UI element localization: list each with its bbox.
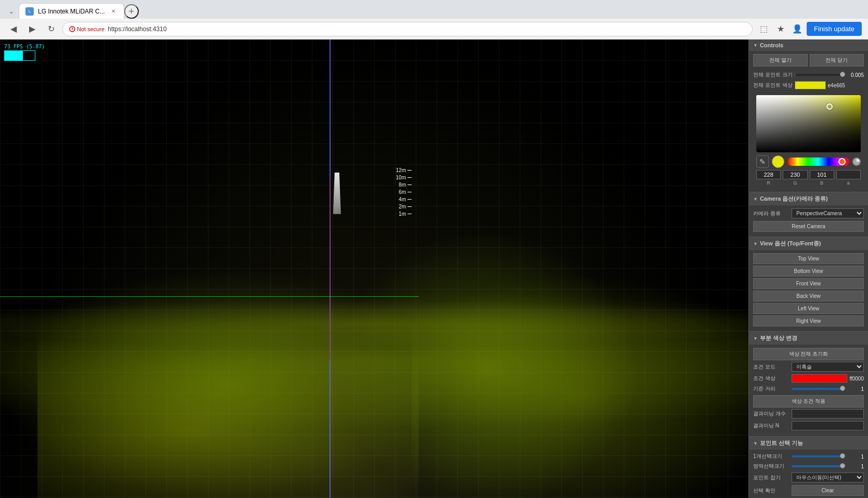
browser-tab[interactable]: L LG Innotek MLiDAR C... ✕ [19,3,124,19]
base-distance-label: 기준 거리 [753,385,790,392]
point-color-swatch[interactable] [795,81,826,89]
forward-btn[interactable]: ▶ [25,22,40,36]
color-reset-btn[interactable]: 색상 전체 초기화 [753,348,864,360]
select-size-1-row: 1개선택크기 1 [753,453,864,460]
address-bar[interactable]: Not secure https://localhost:4310 [62,22,753,36]
camera-section: ▼ Camera 옵션(카메라 종류) 카메라 종류 PerspectiveCa… [749,192,868,237]
close-all-btn[interactable]: 전체 닫기 [810,54,864,67]
main-content: 12m 10m 8m 6m 4m 2m 1m 73 FPS (5-87) ▼ C… [0,40,868,498]
select-size-1-slider[interactable] [792,455,843,457]
r-input[interactable] [756,170,781,179]
b-label: B [820,180,823,186]
a-input[interactable] [836,170,861,179]
point-size-slider[interactable] [795,74,843,76]
camera-type-row: 카메라 종류 PerspectiveCamera [753,208,864,218]
front-view-btn[interactable]: Front View [753,278,864,289]
3d-viewport[interactable]: 12m 10m 8m 6m 4m 2m 1m 73 FPS (5-87) [0,40,748,498]
rgb-inputs: R G B a [756,170,861,186]
a-label: a [847,180,850,186]
apply-condition-btn[interactable]: 색상 조건 적용 [753,395,864,408]
hue-thumb [838,158,846,165]
toolbar-actions: ⬚ ★ 👤 Finish update [757,22,862,36]
condition-color-row: 조건 색상 ff0000 [753,374,864,383]
right-panel: ▼ Controls 전체 열기 전체 닫기 전체 포인트 크기 [748,40,868,498]
point-size-row: 전체 포인트 크기 0.005 [753,71,864,78]
cast-btn[interactable]: ⬚ [757,22,771,36]
tab-menu-btn[interactable]: ⌄ [4,4,19,19]
base-distance-slider[interactable] [792,388,843,390]
point-select-header[interactable]: ▼ 포인트 선택 기능 [749,437,868,450]
point-grab-row: 포인트 잡기 마우스이동(미선택) [753,473,864,482]
new-tab-btn[interactable]: + [124,4,139,19]
g-field: G [783,170,807,186]
camera-content: 카메라 종류 PerspectiveCamera Reset Camera [749,205,868,237]
r-label: R [767,180,770,186]
hue-slider[interactable] [787,158,849,166]
tab-title: LG Innotek MLiDAR C... [38,8,105,15]
result-count-n-input[interactable] [792,409,864,418]
ruler-mark-4m: 4m [399,197,406,202]
result-count-n2-row: 결과이닝 N [753,421,864,430]
top-view-btn[interactable]: Top View [753,253,864,264]
condition-mode-select[interactable]: 이혹슬 [792,362,864,372]
back-btn[interactable]: ◀ [6,22,21,36]
reset-camera-btn[interactable]: Reset Camera [753,221,864,232]
left-view-btn[interactable]: Left View [753,303,864,314]
point-grab-select[interactable]: 마우스이동(미선택) [792,473,864,482]
browser-frame: ⌄ L LG Innotek MLiDAR C... ✕ + ◀ ▶ ↻ Not… [0,0,868,498]
back-view-btn[interactable]: Back View [753,291,864,302]
camera-type-label: 카메라 종류 [753,210,790,217]
tab-close-btn[interactable]: ✕ [109,7,117,16]
ruler-mark-6m: 6m [399,190,406,195]
camera-header[interactable]: ▼ Camera 옵션(카메라 종류) [749,192,868,205]
right-view-btn[interactable]: Right View [753,316,864,326]
point-color-label: 전체 포인트 색상 [753,82,793,89]
points-left [37,269,419,498]
ruler-mark-1m: 1m [399,212,406,217]
point-select-content: 1개선택크기 1 영역선택크기 1 [749,450,868,498]
condition-mode-row: 조건 모드 이혹슬 [753,362,864,372]
tab-favicon: L [25,7,34,16]
view-section: ▼ View 옵션 (Top/Font종) Top View Bottom Vi… [749,237,868,332]
condition-color-hex: ff0000 [849,376,864,382]
b-input[interactable] [810,170,834,179]
color-picker: ✎ R [753,92,864,189]
camera-title: Camera 옵션(카메라 종류) [760,195,828,203]
point-select-section: ▼ 포인트 선택 기능 1개선택크기 1 영역선택크기 [749,437,868,498]
open-all-btn[interactable]: 전체 열기 [753,54,808,67]
view-content: Top View Bottom View Front View Back Vie… [749,250,868,331]
profile-btn[interactable]: 👤 [790,22,805,36]
fps-bar [4,50,35,61]
green-ground-line [0,296,419,297]
refresh-btn[interactable]: ↻ [44,22,58,36]
camera-arrow-icon: ▼ [753,196,758,202]
point-grab-label: 포인트 잡기 [753,474,790,481]
opacity-slider[interactable] [852,158,861,166]
eyedropper-btn[interactable]: ✎ [756,155,769,168]
region-select-size-label: 영역선택크기 [753,463,790,470]
camera-type-select[interactable]: PerspectiveCamera [792,208,864,218]
bookmark-btn[interactable]: ★ [773,22,788,36]
ruler-mark-2m: 2m [399,204,406,209]
partial-color-title: 부분 색상 변경 [760,334,797,342]
finish-update-btn[interactable]: Finish update [807,22,862,36]
g-input[interactable] [783,170,807,179]
ruler-mark-10m: 10m [396,175,406,180]
point-size-label: 전체 포인트 크기 [753,71,793,78]
result-count-n2-input[interactable] [792,421,864,430]
partial-color-header[interactable]: ▼ 부분 색상 변경 [749,332,868,345]
region-select-size-slider[interactable] [792,465,843,467]
r-field: R [756,170,781,186]
bottom-view-btn[interactable]: Bottom View [753,266,864,277]
select-size-1-value: 1 [845,454,864,460]
tab-bar: ⌄ L LG Innotek MLiDAR C... ✕ + [0,0,868,19]
condition-mode-label: 조건 모드 [753,363,790,371]
view-header[interactable]: ▼ View 옵션 (Top/Font종) [749,237,868,250]
condition-color-swatch[interactable] [792,374,847,383]
color-gradient-picker[interactable] [756,95,861,152]
a-field: a [836,170,861,186]
point-select-title: 포인트 선택 기능 [760,439,803,447]
clear-btn[interactable]: Clear [792,485,864,496]
controls-header[interactable]: ▼ Controls [749,40,868,51]
fps-text: 73 FPS (5-87) [4,44,45,49]
